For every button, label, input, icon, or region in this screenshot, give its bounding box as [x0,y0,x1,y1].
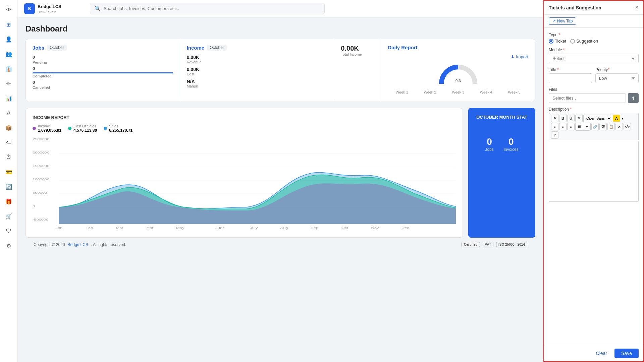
svg-text:Oct: Oct [341,226,348,230]
rte-highlight-btn[interactable]: A [613,115,620,122]
sidebar-item-eye[interactable]: 👁 [2,3,15,16]
oct-stats: 0 Jobs 0 Invoices [485,136,518,152]
panel-close-button[interactable]: × [635,4,639,11]
rte-link-btn[interactable]: 🔗 [591,123,599,130]
gauge-label: 0-3 [455,79,461,83]
svg-text:1500000: 1500000 [33,164,49,168]
sidebar-item-card[interactable]: 💳 [2,166,15,178]
week-labels: Week 1 Week 2 Week 3 Week 4 Week 5 [388,89,528,96]
grid-icon: ⊞ [6,21,11,28]
upload-icon: ⬆ [631,96,635,101]
module-select[interactable]: Select [549,54,639,63]
income-report-card: INCOME REPORT Income 1,679,056.91 Cost O… [25,108,463,238]
rte-strikethrough-btn[interactable]: ✎ [575,115,583,122]
sidebar-item-clock[interactable]: ⏱ [2,151,15,164]
shield-icon: 🛡 [6,228,11,234]
footer-company[interactable]: Bridge LCS [68,242,88,247]
sidebar-item-cart[interactable]: 🛒 [2,210,15,223]
search-icon: 🔍 [94,5,101,12]
title-label: Title * [549,67,592,72]
vat-badge: VAT [483,242,494,247]
sidebar-item-users[interactable]: 👥 [2,48,15,60]
rte-help-btn[interactable]: ? [551,131,558,139]
page-content: Dashboard Jobs October 0 Pending 0 [17,17,543,362]
rte-highlight-arrow[interactable]: ▾ [621,117,624,120]
ticket-radio[interactable]: Ticket [549,39,566,44]
module-field: Module * Select [549,48,639,63]
description-editor[interactable] [549,141,639,202]
footer-rights: . All rights reserved. [91,242,126,247]
oct-invoices: 0 Invoices [504,136,519,152]
pending-label: Pending [33,60,47,64]
rte-toolbar: ✎ B U ✎ Open Sans A ▾ ≡ ≡ ≡ ⊞ ▾ [549,113,639,140]
rte-table-btn[interactable]: ⊞ [576,123,583,130]
legend-income: Income 1,679,056.91 [33,124,61,133]
sidebar-item-refresh[interactable]: 🔄 [2,180,15,193]
sidebar-item-chart[interactable]: 📊 [2,92,15,105]
total-income-section: 0.00K Total Income [334,39,381,101]
search-input[interactable] [104,6,320,11]
title-input[interactable] [549,73,592,83]
panel-footer: Clear Save [544,345,643,361]
panel-title: Tickets and Suggestion [549,5,601,10]
sidebar-item-user[interactable]: 👤 [2,33,15,46]
sidebar-item-settings[interactable]: ⚙ [2,239,15,252]
search-bar[interactable]: 🔍 [90,3,325,14]
contact-icon: 👔 [5,66,12,72]
import-button[interactable]: ⬇ Import [388,54,528,59]
certified-badge: Certified [462,242,480,247]
rte-code-btn[interactable]: </> [624,123,631,130]
sidebar-item-shield[interactable]: 🛡 [2,225,15,237]
cancelled-stat: 0 Cancelled [33,80,173,90]
cart-icon: 🛒 [5,213,12,220]
rte-font-select[interactable]: Open Sans [583,115,612,122]
brand-name: Bridge LCS [38,4,61,9]
sidebar-item-gift[interactable]: 🎁 [2,195,15,208]
svg-text:Aug: Aug [280,226,288,230]
legend: Income 1,679,056.91 Cost Of Sales 4,576,… [33,124,456,133]
sidebar-item-box[interactable]: 📦 [2,121,15,134]
sidebar-item-tag[interactable]: 🏷 [2,136,15,149]
income-chart: 2500000 2000000 1500000 1000000 500000 0… [33,137,456,231]
description-field: Description * ✎ B U ✎ Open Sans A ▾ ≡ [549,107,639,202]
sidebar-item-text[interactable]: A [2,107,15,119]
rte-ul-btn[interactable]: ≡ [551,123,558,130]
income-period[interactable]: October [207,45,227,51]
rte-indent-btn[interactable]: ≡ [567,123,575,130]
oct-title: OCTOBER MONTH STAT [476,115,527,120]
rte-ol-btn[interactable]: ≡ [559,123,567,130]
svg-text:Feb: Feb [86,226,93,230]
copyright: Copyright © 2020 [34,242,65,247]
priority-select[interactable]: Low Medium High [595,73,639,83]
suggestion-radio[interactable]: Suggestion [570,39,598,44]
svg-text:Sep: Sep [311,226,318,230]
jobs-period[interactable]: October [47,45,67,51]
rte-clipboard-btn[interactable]: 📋 [607,123,615,130]
title-priority-row: Title * Priority* Low Medium High [549,67,639,83]
suggestion-radio-circle [570,39,575,44]
text-icon: A [7,110,10,116]
svg-text:June: June [215,226,225,230]
bottom-row: INCOME REPORT Income 1,679,056.91 Cost O… [25,108,535,238]
rte-underline-btn[interactable]: U [567,115,575,122]
revenue-label: Revenue [187,60,327,64]
priority-label: Priority* [595,67,639,72]
rte-bold-btn[interactable]: B [559,115,567,122]
new-tab-icon: ↗ [552,19,556,23]
type-radio-group: Ticket Suggestion [549,39,639,44]
sidebar-item-contact[interactable]: 👔 [2,62,15,75]
rte-clear-btn[interactable]: ✕ [615,123,623,130]
cos-legend-label: Cost Of Sales [73,124,97,128]
rte-pencil-btn[interactable]: ✎ [551,115,558,122]
clear-button[interactable]: Clear [592,349,611,358]
files-input[interactable] [549,93,626,103]
new-tab-button[interactable]: ↗ New Tab [549,17,576,25]
cancelled-val: 0 [33,80,35,85]
sidebar-item-grid[interactable]: ⊞ [2,18,15,31]
rte-table-arrow[interactable]: ▾ [583,123,590,130]
sidebar-item-edit[interactable]: ✏ [2,77,15,90]
rte-image-btn[interactable]: 🖼 [599,123,607,130]
eye-icon: 👁 [6,7,11,13]
files-upload-button[interactable]: ⬆ [628,93,639,103]
save-button[interactable]: Save [614,349,639,358]
